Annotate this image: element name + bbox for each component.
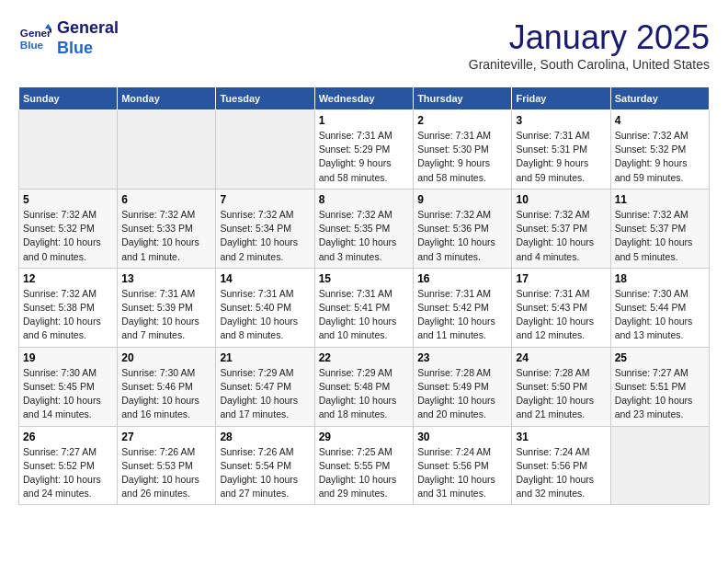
day-info: Sunrise: 7:32 AM Sunset: 5:37 PM Dayligh… — [615, 208, 705, 264]
calendar-day-cell: 2Sunrise: 7:31 AM Sunset: 5:30 PM Daylig… — [414, 110, 512, 190]
calendar-day-cell: 24Sunrise: 7:28 AM Sunset: 5:50 PM Dayli… — [512, 347, 610, 426]
day-number: 4 — [615, 114, 705, 127]
day-info: Sunrise: 7:32 AM Sunset: 5:35 PM Dayligh… — [319, 208, 409, 264]
weekday-header: Monday — [118, 87, 216, 110]
calendar-day-cell: 6Sunrise: 7:32 AM Sunset: 5:33 PM Daylig… — [118, 189, 216, 268]
day-number: 7 — [220, 193, 310, 206]
calendar-week-row: 19Sunrise: 7:30 AM Sunset: 5:45 PM Dayli… — [19, 347, 710, 426]
day-number: 23 — [417, 351, 507, 364]
day-info: Sunrise: 7:24 AM Sunset: 5:56 PM Dayligh… — [417, 445, 507, 501]
weekday-header: Sunday — [19, 87, 118, 110]
calendar-day-cell: 19Sunrise: 7:30 AM Sunset: 5:45 PM Dayli… — [19, 347, 118, 426]
calendar-day-cell: 4Sunrise: 7:32 AM Sunset: 5:32 PM Daylig… — [610, 110, 709, 190]
day-info: Sunrise: 7:30 AM Sunset: 5:46 PM Dayligh… — [121, 366, 211, 422]
day-number: 26 — [23, 431, 113, 443]
day-info: Sunrise: 7:32 AM Sunset: 5:37 PM Dayligh… — [516, 208, 606, 264]
calendar-day-cell: 12Sunrise: 7:32 AM Sunset: 5:38 PM Dayli… — [19, 268, 118, 347]
calendar-day-cell: 16Sunrise: 7:31 AM Sunset: 5:42 PM Dayli… — [414, 268, 512, 347]
calendar-week-row: 12Sunrise: 7:32 AM Sunset: 5:38 PM Dayli… — [19, 268, 710, 347]
calendar-day-cell: 26Sunrise: 7:27 AM Sunset: 5:52 PM Dayli… — [19, 426, 118, 505]
weekday-header: Tuesday — [216, 87, 314, 110]
day-number: 24 — [516, 351, 606, 364]
day-info: Sunrise: 7:27 AM Sunset: 5:51 PM Dayligh… — [615, 366, 705, 422]
calendar-day-cell — [118, 110, 216, 190]
calendar-day-cell: 11Sunrise: 7:32 AM Sunset: 5:37 PM Dayli… — [610, 189, 709, 268]
day-info: Sunrise: 7:31 AM Sunset: 5:40 PM Dayligh… — [220, 287, 310, 343]
day-info: Sunrise: 7:32 AM Sunset: 5:32 PM Dayligh… — [23, 208, 113, 264]
logo-text-blue: Blue — [57, 39, 119, 59]
day-number: 31 — [516, 431, 606, 443]
day-info: Sunrise: 7:26 AM Sunset: 5:53 PM Dayligh… — [121, 445, 211, 501]
day-number: 18 — [615, 272, 705, 285]
calendar-day-cell: 7Sunrise: 7:32 AM Sunset: 5:34 PM Daylig… — [216, 189, 314, 268]
calendar-day-cell: 10Sunrise: 7:32 AM Sunset: 5:37 PM Dayli… — [512, 189, 610, 268]
calendar-week-row: 5Sunrise: 7:32 AM Sunset: 5:32 PM Daylig… — [19, 189, 710, 268]
calendar-day-cell: 13Sunrise: 7:31 AM Sunset: 5:39 PM Dayli… — [118, 268, 216, 347]
day-info: Sunrise: 7:24 AM Sunset: 5:56 PM Dayligh… — [516, 445, 606, 501]
day-number: 19 — [23, 351, 113, 364]
calendar-day-cell: 29Sunrise: 7:25 AM Sunset: 5:55 PM Dayli… — [314, 426, 413, 505]
calendar-day-cell — [216, 110, 314, 190]
title-block: January 2025 Graniteville, South Carolin… — [469, 18, 710, 72]
day-number: 15 — [319, 272, 409, 285]
day-info: Sunrise: 7:28 AM Sunset: 5:49 PM Dayligh… — [417, 366, 507, 422]
day-info: Sunrise: 7:31 AM Sunset: 5:30 PM Dayligh… — [417, 129, 507, 185]
calendar-day-cell: 9Sunrise: 7:32 AM Sunset: 5:36 PM Daylig… — [414, 189, 512, 268]
day-number: 14 — [220, 272, 310, 285]
logo-text-general: General — [57, 18, 119, 39]
calendar-day-cell — [19, 110, 118, 190]
day-number: 21 — [220, 351, 310, 364]
calendar-day-cell: 22Sunrise: 7:29 AM Sunset: 5:48 PM Dayli… — [314, 347, 413, 426]
day-number: 9 — [417, 193, 507, 206]
calendar-day-cell: 3Sunrise: 7:31 AM Sunset: 5:31 PM Daylig… — [512, 110, 610, 190]
day-info: Sunrise: 7:32 AM Sunset: 5:34 PM Dayligh… — [220, 208, 310, 264]
calendar-day-cell: 20Sunrise: 7:30 AM Sunset: 5:46 PM Dayli… — [118, 347, 216, 426]
day-number: 13 — [121, 272, 211, 285]
page-header: General Blue General Blue January 2025 G… — [18, 18, 710, 72]
day-info: Sunrise: 7:25 AM Sunset: 5:55 PM Dayligh… — [319, 445, 409, 501]
calendar-week-row: 26Sunrise: 7:27 AM Sunset: 5:52 PM Dayli… — [19, 426, 710, 505]
day-number: 10 — [516, 193, 606, 206]
calendar-day-cell: 27Sunrise: 7:26 AM Sunset: 5:53 PM Dayli… — [118, 426, 216, 505]
day-info: Sunrise: 7:31 AM Sunset: 5:42 PM Dayligh… — [417, 287, 507, 343]
day-number: 30 — [417, 431, 507, 443]
day-info: Sunrise: 7:30 AM Sunset: 5:45 PM Dayligh… — [23, 366, 113, 422]
logo: General Blue General Blue — [18, 18, 119, 58]
calendar-day-cell: 15Sunrise: 7:31 AM Sunset: 5:41 PM Dayli… — [314, 268, 413, 347]
month-title: January 2025 — [469, 18, 710, 57]
calendar-day-cell: 14Sunrise: 7:31 AM Sunset: 5:40 PM Dayli… — [216, 268, 314, 347]
day-number: 11 — [615, 193, 705, 206]
calendar-day-cell: 8Sunrise: 7:32 AM Sunset: 5:35 PM Daylig… — [314, 189, 413, 268]
calendar-day-cell: 1Sunrise: 7:31 AM Sunset: 5:29 PM Daylig… — [314, 110, 413, 190]
calendar-day-cell: 23Sunrise: 7:28 AM Sunset: 5:49 PM Dayli… — [414, 347, 512, 426]
day-number: 28 — [220, 431, 310, 443]
calendar-table: SundayMondayTuesdayWednesdayThursdayFrid… — [18, 86, 710, 505]
day-info: Sunrise: 7:29 AM Sunset: 5:47 PM Dayligh… — [220, 366, 310, 422]
day-number: 22 — [319, 351, 409, 364]
day-info: Sunrise: 7:32 AM Sunset: 5:33 PM Dayligh… — [121, 208, 211, 264]
calendar-day-cell: 28Sunrise: 7:26 AM Sunset: 5:54 PM Dayli… — [216, 426, 314, 505]
day-info: Sunrise: 7:31 AM Sunset: 5:41 PM Dayligh… — [319, 287, 409, 343]
day-info: Sunrise: 7:32 AM Sunset: 5:32 PM Dayligh… — [615, 129, 705, 185]
day-number: 27 — [121, 431, 211, 443]
day-info: Sunrise: 7:29 AM Sunset: 5:48 PM Dayligh… — [319, 366, 409, 422]
day-info: Sunrise: 7:26 AM Sunset: 5:54 PM Dayligh… — [220, 445, 310, 501]
day-number: 3 — [516, 114, 606, 127]
weekday-header-row: SundayMondayTuesdayWednesdayThursdayFrid… — [19, 87, 710, 110]
day-number: 2 — [417, 114, 507, 127]
day-info: Sunrise: 7:31 AM Sunset: 5:39 PM Dayligh… — [121, 287, 211, 343]
day-info: Sunrise: 7:31 AM Sunset: 5:29 PM Dayligh… — [319, 129, 409, 185]
day-number: 8 — [319, 193, 409, 206]
weekday-header: Friday — [512, 87, 610, 110]
day-info: Sunrise: 7:27 AM Sunset: 5:52 PM Dayligh… — [23, 445, 113, 501]
day-number: 25 — [615, 351, 705, 364]
weekday-header: Thursday — [414, 87, 512, 110]
weekday-header: Saturday — [610, 87, 709, 110]
calendar-day-cell: 17Sunrise: 7:31 AM Sunset: 5:43 PM Dayli… — [512, 268, 610, 347]
calendar-day-cell: 25Sunrise: 7:27 AM Sunset: 5:51 PM Dayli… — [610, 347, 709, 426]
calendar-day-cell — [610, 426, 709, 505]
day-number: 1 — [319, 114, 409, 127]
day-info: Sunrise: 7:28 AM Sunset: 5:50 PM Dayligh… — [516, 366, 606, 422]
calendar-day-cell: 18Sunrise: 7:30 AM Sunset: 5:44 PM Dayli… — [610, 268, 709, 347]
day-info: Sunrise: 7:32 AM Sunset: 5:38 PM Dayligh… — [23, 287, 113, 343]
